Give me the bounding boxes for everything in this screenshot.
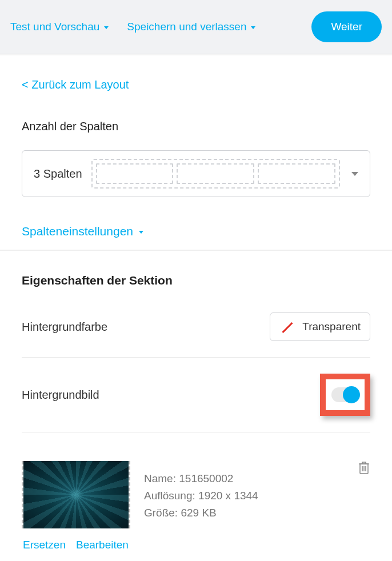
image-details-section: Ersetzen Bearbeiten Name: 151650002 Aufl…: [22, 461, 370, 551]
columns-preview-icon: [91, 159, 340, 189]
content-panel: < Zurück zum Layout Anzahl der Spalten 3…: [0, 54, 392, 561]
column-settings-label: Spalteneinstellungen: [22, 225, 133, 238]
save-exit-dropdown[interactable]: Speichern und verlassen: [127, 21, 255, 33]
trash-icon[interactable]: [358, 461, 370, 477]
bg-image-toggle[interactable]: [331, 387, 359, 402]
image-metadata: Name: 151650002 Auflösung: 1920 x 1344 G…: [144, 461, 258, 551]
image-resolution-label: Auflösung:: [144, 490, 195, 502]
background-color-row: Hintergrundfarbe Transparent: [22, 312, 370, 358]
image-name-row: Name: 151650002: [144, 472, 258, 485]
chevron-down-icon: [139, 231, 143, 234]
highlight-callout: [320, 374, 370, 416]
header-left-group: Test und Vorschau Speichern und verlasse…: [10, 21, 255, 33]
image-name-value: 151650002: [179, 472, 233, 484]
image-name-label: Name:: [144, 472, 176, 484]
image-column: Ersetzen Bearbeiten: [22, 461, 130, 551]
image-actions: Ersetzen Bearbeiten: [23, 539, 130, 551]
columns-count-label: Anzahl der Spalten: [22, 120, 370, 133]
edit-image-link[interactable]: Bearbeiten: [76, 539, 129, 551]
save-exit-label: Speichern und verlassen: [127, 21, 246, 33]
toggle-knob: [343, 386, 360, 403]
image-size-row: Größe: 629 KB: [144, 507, 258, 519]
image-resolution-value: 1920 x 1344: [198, 490, 258, 502]
image-size-label: Größe:: [144, 507, 178, 519]
bg-color-label: Hintergrundfarbe: [22, 320, 107, 334]
replace-image-link[interactable]: Ersetzen: [23, 539, 66, 551]
column-box: [96, 163, 174, 184]
back-to-layout-link[interactable]: < Zurück zum Layout: [22, 78, 129, 91]
image-thumbnail-wrapper: [22, 461, 130, 528]
bg-image-label: Hintergrundbild: [22, 388, 99, 402]
image-thumbnail[interactable]: [23, 461, 129, 528]
test-preview-label: Test und Vorschau: [10, 21, 99, 33]
bg-color-picker[interactable]: Transparent: [270, 312, 370, 341]
image-resolution-row: Auflösung: 1920 x 1344: [144, 490, 258, 502]
section-divider: [0, 250, 392, 251]
bg-color-value: Transparent: [302, 320, 361, 333]
column-box: [258, 163, 335, 184]
column-settings-dropdown[interactable]: Spalteneinstellungen: [22, 225, 370, 238]
background-image-row: Hintergrundbild: [22, 374, 370, 432]
columns-count-select[interactable]: 3 Spalten: [22, 150, 370, 197]
test-preview-dropdown[interactable]: Test und Vorschau: [10, 21, 109, 33]
svg-rect-5: [362, 462, 366, 464]
chevron-down-icon: [251, 26, 255, 29]
column-box: [177, 163, 254, 184]
continue-button[interactable]: Weiter: [311, 11, 382, 42]
chevron-down-icon: [104, 26, 109, 29]
image-size-value: 629 KB: [181, 507, 216, 519]
columns-selected-value: 3 Spalten: [34, 167, 82, 181]
chevron-down-icon: [351, 172, 358, 176]
section-properties-title: Eigenschaften der Sektion: [22, 274, 370, 287]
top-header: Test und Vorschau Speichern und verlasse…: [0, 0, 392, 54]
transparent-swatch-icon: [279, 319, 295, 335]
